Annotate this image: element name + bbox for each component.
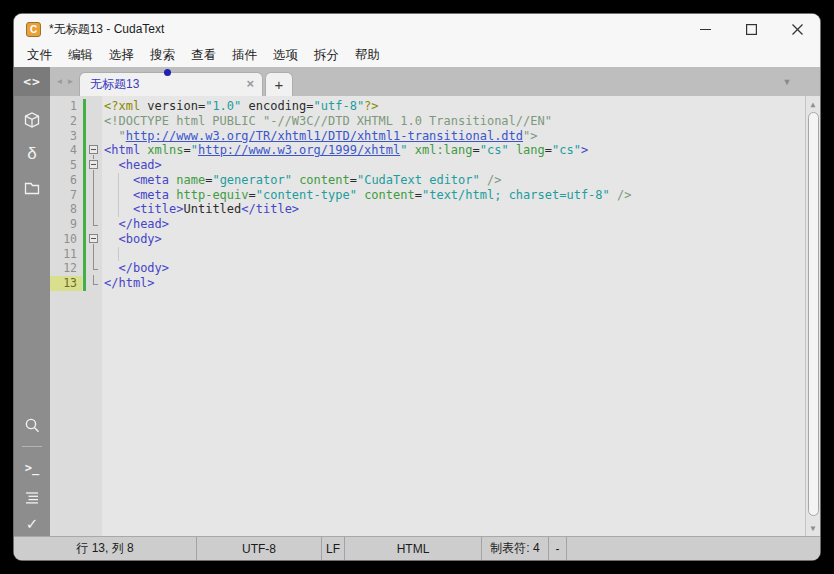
code-text: </head> <box>102 217 169 232</box>
fold-column <box>88 261 102 276</box>
app-logo-letter: C <box>30 24 37 35</box>
sidebar-console-button[interactable]: >_ <box>14 455 50 481</box>
tab-scroll-left-icon: ◄ <box>56 77 64 86</box>
cudatext-window: C *无标题13 - CudaText 文件编辑选择搜索查看插件选项拆分帮助 <… <box>14 14 820 560</box>
fold-column <box>88 188 102 203</box>
editor-area[interactable]: 1<?xml version="1.0" encoding="utf-8"?>2… <box>50 96 820 536</box>
app-logo-icon: C <box>26 22 41 37</box>
code-line-8[interactable]: 8 <title>Untitled</title> <box>50 202 805 217</box>
delta-icon: δ <box>27 144 36 164</box>
fold-toggle[interactable] <box>88 232 102 247</box>
check-icon: ✓ <box>26 515 39 533</box>
menu-item-8[interactable]: 帮助 <box>347 44 388 67</box>
code-line-4[interactable]: 4<html xmlns="http://www.w3.org/1999/xht… <box>50 143 805 158</box>
code-lines: 1<?xml version="1.0" encoding="utf-8"?>2… <box>50 99 805 291</box>
tab-close-button[interactable]: × <box>246 76 254 92</box>
line-number: 2 <box>50 114 82 129</box>
code-line-3[interactable]: 3 "http://www.w3.org/TR/xhtml1/DTD/xhtml… <box>50 129 805 144</box>
package-icon <box>22 110 42 130</box>
code-text: </body> <box>102 261 169 276</box>
status-line-endings[interactable]: LF <box>322 537 345 560</box>
scroll-down-arrow-icon[interactable]: ▼ <box>806 521 820 535</box>
status-tab-size[interactable]: 制表符: 4 <box>482 537 549 560</box>
code-text: <!DOCTYPE html PUBLIC "-//W3C//DTD XHTML… <box>102 114 552 129</box>
fold-toggle[interactable] <box>88 158 102 173</box>
statusbar: 行 13, 列 8UTF-8LFHTML制表符: 4- <box>14 536 820 560</box>
code-line-2[interactable]: 2<!DOCTYPE html PUBLIC "-//W3C//DTD XHTM… <box>50 114 805 129</box>
scrollbar-thumb[interactable] <box>808 112 819 516</box>
code-icon: <> <box>23 74 41 89</box>
scroll-up-arrow-icon[interactable]: ▲ <box>806 97 820 111</box>
tab-scroll-right-icon: ► <box>67 77 75 86</box>
sidebar-code-tree-button[interactable]: <> <box>14 67 50 96</box>
search-icon <box>22 416 42 436</box>
menu-item-7[interactable]: 拆分 <box>306 44 347 67</box>
code-line-9[interactable]: 9 </head> <box>50 217 805 232</box>
tab-label: 无标题13 <box>80 76 139 93</box>
editor-column: ◄ ► 无标题13 × + ▼ 1<?xml version="1.0" enc… <box>50 67 820 536</box>
line-number: 7 <box>50 188 82 203</box>
sidebar-search-button[interactable] <box>14 413 50 439</box>
fold-column <box>88 217 102 232</box>
code-text: <meta name="generator" content="CudaText… <box>102 173 501 188</box>
code-line-6[interactable]: 6 <meta name="generator" content="CudaTe… <box>50 173 805 188</box>
line-number: 3 <box>50 129 82 144</box>
close-button[interactable] <box>774 14 820 44</box>
status-selection[interactable]: - <box>549 537 567 560</box>
tab-scroll-arrows[interactable]: ◄ ► <box>50 67 80 96</box>
status-lexer[interactable]: HTML <box>345 537 482 560</box>
tab-untitled13[interactable]: 无标题13 × <box>80 73 262 96</box>
line-number: 4 <box>50 143 82 158</box>
tabbar: ◄ ► 无标题13 × + ▼ <box>50 67 820 96</box>
fold-column <box>88 129 102 144</box>
line-number: 6 <box>50 173 82 188</box>
status-caret-position[interactable]: 行 13, 列 8 <box>14 537 197 560</box>
code-line-10[interactable]: 10 <body> <box>50 232 805 247</box>
code-text: <title>Untitled</title> <box>102 202 299 217</box>
line-number: 8 <box>50 202 82 217</box>
status-encoding[interactable]: UTF-8 <box>197 537 322 560</box>
code-line-1[interactable]: 1<?xml version="1.0" encoding="utf-8"?> <box>50 99 805 114</box>
fold-column <box>88 99 102 114</box>
menu-item-3[interactable]: 搜索 <box>142 44 183 67</box>
menu-item-0[interactable]: 文件 <box>19 44 60 67</box>
code-line-13[interactable]: 13</html> <box>50 276 805 291</box>
line-number: 13 <box>50 276 82 291</box>
menu-item-5[interactable]: 插件 <box>224 44 265 67</box>
code-line-11[interactable]: 11 <box>50 247 805 262</box>
close-icon <box>792 24 803 35</box>
code-line-5[interactable]: 5 <head> <box>50 158 805 173</box>
code-text: "http://www.w3.org/TR/xhtml1/DTD/xhtml1-… <box>102 129 538 144</box>
fold-column <box>88 173 102 188</box>
tab-list-dropdown[interactable]: ▼ <box>778 67 796 96</box>
line-number: 9 <box>50 217 82 232</box>
code-line-7[interactable]: 7 <meta http-equiv="content-type" conten… <box>50 188 805 203</box>
sidebar-project-button[interactable] <box>14 175 50 201</box>
fold-column <box>88 202 102 217</box>
maximize-icon <box>746 24 757 35</box>
code-text: <html xmlns="http://www.w3.org/1999/xhtm… <box>102 143 588 158</box>
fold-column <box>88 114 102 129</box>
menu-item-1[interactable]: 编辑 <box>60 44 101 67</box>
sidebar-snippets-button[interactable] <box>14 107 50 133</box>
menu-item-4[interactable]: 查看 <box>183 44 224 67</box>
menubar: 文件编辑选择搜索查看插件选项拆分帮助 <box>14 44 820 67</box>
fold-toggle[interactable] <box>88 143 102 158</box>
new-tab-button[interactable]: + <box>266 73 292 96</box>
sidebar-symbols-button[interactable]: δ <box>14 141 50 167</box>
sidebar-validate-button[interactable]: ✓ <box>14 511 50 537</box>
minimize-button[interactable] <box>682 14 728 44</box>
list-icon <box>22 488 42 508</box>
main-area: <> δ <box>14 67 820 536</box>
titlebar: C *无标题13 - CudaText <box>14 14 820 44</box>
code-line-12[interactable]: 12 </body> <box>50 261 805 276</box>
sidebar-output-button[interactable] <box>14 485 50 511</box>
modified-dot <box>164 69 171 76</box>
sidebar-divider <box>22 446 42 447</box>
maximize-button[interactable] <box>728 14 774 44</box>
code-text: <meta http-equiv="content-type" content=… <box>102 188 631 203</box>
vertical-scrollbar[interactable]: ▲ ▼ <box>805 96 820 536</box>
menu-item-2[interactable]: 选择 <box>101 44 142 67</box>
window-controls <box>682 14 820 44</box>
menu-item-6[interactable]: 选项 <box>265 44 306 67</box>
